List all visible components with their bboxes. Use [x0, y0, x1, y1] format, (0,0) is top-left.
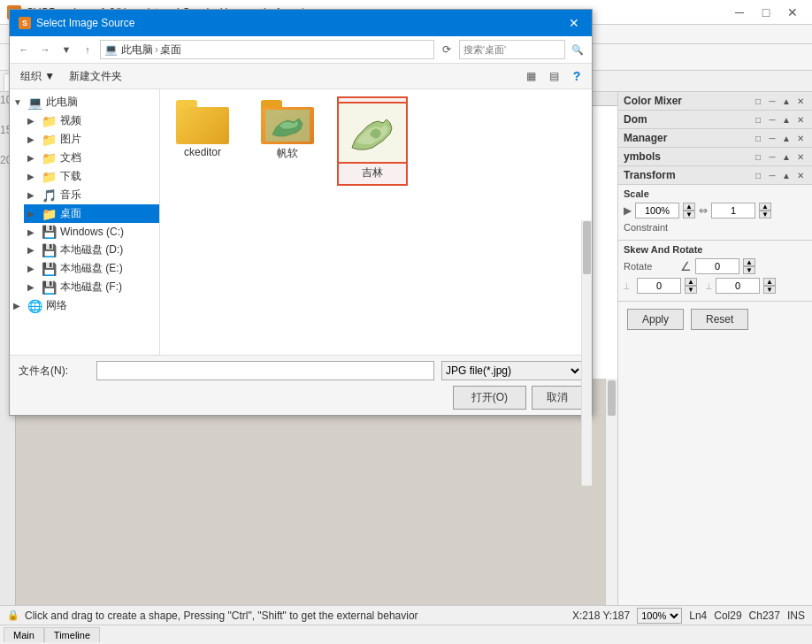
downloads-icon: 📁 — [42, 170, 57, 184]
tree-label-downloads: 下载 — [60, 169, 81, 184]
tree-item-music[interactable]: ▶ 🎵 音乐 — [24, 186, 159, 204]
pictures-icon: 📁 — [42, 133, 57, 147]
tree-expand-video: ▶ — [27, 116, 38, 126]
computer-icon: 💻 — [27, 96, 42, 110]
tree-expand-downloads: ▶ — [27, 172, 38, 181]
network-icon: 🌐 — [27, 299, 42, 313]
video-icon: 📁 — [42, 114, 57, 128]
tree-label-desktop: 桌面 — [60, 206, 81, 221]
nav-back-button[interactable]: ← — [15, 41, 33, 58]
tree-item-desktop[interactable]: ▶ 📁 桌面 — [24, 204, 159, 223]
tree-label-disk-f: 本地磁盘 (F:) — [60, 280, 122, 295]
nav-up-button[interactable]: ↑ — [79, 41, 96, 58]
tree-expand-music: ▶ — [27, 190, 38, 200]
tree-expand-disk-f: ▶ — [27, 282, 38, 292]
file-item-ckeditor[interactable]: ckeditor — [167, 96, 238, 186]
disk-f-icon: 💾 — [42, 280, 57, 295]
tree-expand-pictures: ▶ — [27, 134, 38, 144]
file-list-container: ▼ 💻 此电脑 ▶ 📁 视频 ▶ 📁 图片 — [10, 89, 592, 355]
search-button[interactable]: 🔍 — [569, 41, 586, 58]
tree-item-network[interactable]: ▶ 🌐 网络 — [10, 296, 159, 315]
tree-expand-network: ▶ — [13, 301, 24, 310]
folder-fansuan-body — [261, 107, 314, 144]
file-item-fansuan[interactable]: 帆软 — [252, 96, 323, 186]
tree-expand-computer: ▼ — [13, 97, 24, 107]
dialog-icon: S — [19, 17, 31, 29]
select-image-dialog: S Select Image Source ✕ ← → ▼ ↑ 💻 此电脑 › … — [9, 9, 593, 416]
tree-label-docs: 文档 — [60, 150, 81, 165]
image-jilin-thumb — [337, 102, 408, 164]
tree-item-docs[interactable]: ▶ 📁 文档 — [24, 149, 159, 167]
desktop-icon: 📁 — [42, 207, 57, 221]
file-grid[interactable]: ckeditor — [160, 89, 592, 355]
filetype-select[interactable]: JPG file(*.jpg) — [441, 361, 583, 380]
tree-expand-windows-c: ▶ — [27, 227, 38, 237]
docs-icon: 📁 — [42, 151, 57, 165]
filename-label: 文件名(N): — [19, 364, 89, 379]
help-button[interactable]: ? — [567, 66, 586, 86]
tree-label-disk-e: 本地磁盘 (E:) — [60, 261, 123, 276]
tree-item-disk-d[interactable]: ▶ 💾 本地磁盘 (D:) — [24, 241, 159, 259]
tree-item-pictures[interactable]: ▶ 📁 图片 — [24, 130, 159, 149]
folder-map-preview — [265, 110, 310, 142]
tree-expand-desktop: ▶ — [27, 209, 38, 218]
tree-expand-disk-e: ▶ — [27, 264, 38, 273]
breadcrumb-desktop[interactable]: 桌面 — [160, 42, 181, 58]
dialog-bottom: 文件名(N): JPG file(*.jpg) 打开(O) 取消 — [10, 355, 592, 415]
tree-label-computer: 此电脑 — [46, 95, 78, 110]
disk-d-icon: 💾 — [42, 243, 57, 257]
tree-item-disk-f[interactable]: ▶ 💾 本地磁盘 (F:) — [24, 278, 159, 296]
filename-input[interactable] — [96, 361, 434, 380]
tree-item-computer[interactable]: ▼ 💻 此电脑 — [10, 93, 159, 111]
open-button[interactable]: 打开(O) — [453, 386, 526, 410]
breadcrumb-icon: 💻 — [104, 43, 118, 56]
disk-e-icon: 💾 — [42, 262, 57, 276]
cancel-button[interactable]: 取消 — [532, 386, 583, 410]
tree-item-video[interactable]: ▶ 📁 视频 — [24, 111, 159, 130]
file-label-fansuan: 帆软 — [277, 146, 298, 161]
tree-item-downloads[interactable]: ▶ 📁 下载 — [24, 167, 159, 186]
tree-expand-docs: ▶ — [27, 153, 38, 163]
folder-fansuan-icon — [261, 100, 314, 144]
tree-item-disk-e[interactable]: ▶ 💾 本地磁盘 (E:) — [24, 259, 159, 278]
tree-label-video: 视频 — [60, 113, 81, 128]
address-bar: ← → ▼ ↑ 💻 此电脑 › 桌面 ⟳ 🔍 — [10, 36, 592, 64]
dialog-close-button[interactable]: ✕ — [565, 15, 583, 31]
file-item-jilin[interactable]: 吉林 — [337, 96, 408, 186]
search-input[interactable] — [459, 40, 565, 59]
tree-label-disk-d: 本地磁盘 (D:) — [60, 242, 123, 257]
dialog-actions: 打开(O) 取消 — [19, 386, 583, 410]
dialog-title-bar: S Select Image Source ✕ — [10, 10, 592, 36]
view-list-button[interactable]: ▤ — [544, 66, 563, 86]
file-label-jilin: 吉林 — [362, 165, 383, 180]
address-breadcrumb[interactable]: 💻 此电脑 › 桌面 — [100, 40, 434, 59]
breadcrumb-computer[interactable]: 此电脑 — [121, 42, 153, 58]
tree-label-music: 音乐 — [60, 188, 81, 203]
tree-item-windows-c[interactable]: ▶ 💾 Windows (C:) — [24, 223, 159, 241]
folder-ckeditor-icon — [176, 100, 229, 144]
windows-c-icon: 💾 — [42, 225, 57, 239]
file-label-ckeditor: ckeditor — [184, 146, 221, 158]
tree-computer-children: ▶ 📁 视频 ▶ 📁 图片 ▶ 📁 文档 ▶ — [10, 111, 159, 296]
breadcrumb-sep-1: › — [155, 43, 158, 56]
filename-row: 文件名(N): JPG file(*.jpg) — [19, 361, 583, 380]
file-tree[interactable]: ▼ 💻 此电脑 ▶ 📁 视频 ▶ 📁 图片 — [10, 89, 160, 355]
dialog-toolbar: 组织 ▼ 新建文件夹 ▦ ▤ ? — [10, 64, 592, 89]
tree-label-windows-c: Windows (C:) — [60, 226, 124, 238]
new-folder-button[interactable]: 新建文件夹 — [64, 66, 127, 86]
tree-label-pictures: 图片 — [60, 132, 81, 147]
nav-dropdown-button[interactable]: ▼ — [57, 41, 75, 58]
music-icon: 🎵 — [42, 188, 57, 203]
dialog-title-left: S Select Image Source — [19, 17, 134, 29]
dialog-title-text: Select Image Source — [36, 17, 134, 29]
view-icon-button[interactable]: ▦ — [521, 66, 540, 86]
nav-forward-button[interactable]: → — [36, 41, 54, 58]
nav-refresh-button[interactable]: ⟳ — [438, 41, 456, 58]
dialog-overlay: S Select Image Source ✕ ← → ▼ ↑ 💻 此电脑 › … — [0, 0, 812, 644]
organize-button[interactable]: 组织 ▼ — [15, 66, 60, 86]
folder-body — [176, 107, 229, 144]
jilin-map-svg — [339, 104, 406, 162]
tree-label-network: 网络 — [46, 298, 67, 313]
tree-expand-disk-d: ▶ — [27, 245, 38, 255]
